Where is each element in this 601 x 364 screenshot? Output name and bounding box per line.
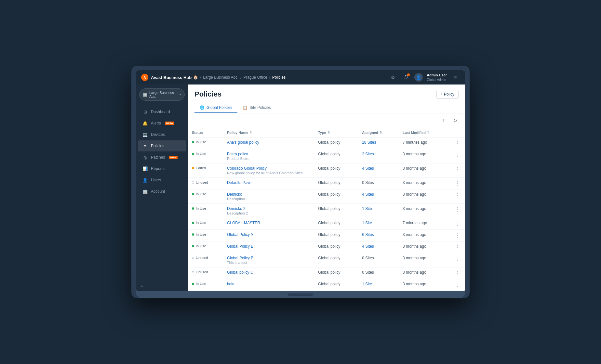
policy-name-link[interactable]: Demicko 2	[227, 206, 310, 211]
settings-icon-btn[interactable]: ⚙	[388, 73, 397, 82]
sort-icon: ⇅	[327, 131, 330, 134]
alert-icon-btn[interactable]: ⏱	[401, 73, 410, 82]
row-actions-cell: ⋮	[449, 189, 465, 204]
avatar: 👤	[414, 73, 423, 82]
policy-name-link[interactable]: Colorado Global Policy	[227, 166, 310, 171]
breadcrumb-account[interactable]: Large Business Acc.	[203, 75, 238, 80]
policy-name-link[interactable]: GLOBAL-MASTER	[227, 221, 310, 225]
sidebar-item-reports[interactable]: 📊 Reports	[138, 163, 186, 174]
sidebar-item-account[interactable]: 🏢 Account	[138, 186, 186, 197]
row-menu-btn[interactable]: ⋮	[453, 207, 461, 212]
assigned-link: 0 Sites	[362, 256, 374, 260]
assigned-cell: 0 Sites	[358, 267, 399, 279]
type-text: Global policy	[318, 244, 341, 249]
assigned-link[interactable]: 1 Site	[362, 221, 372, 225]
breadcrumb-office[interactable]: Prague Office	[243, 75, 267, 80]
assigned-cell: 4 Sites	[358, 163, 399, 178]
global-tab-icon: 🌐	[200, 105, 205, 110]
tab-site-policies[interactable]: 📋 Site Policies	[237, 103, 276, 113]
policy-name-link[interactable]: hola	[227, 282, 310, 286]
row-menu-btn[interactable]: ⋮	[453, 166, 461, 172]
assigned-link[interactable]: 6 Sites	[362, 232, 374, 237]
laptop-outer: A Avast Business Hub 🏠 / Large Business …	[131, 66, 470, 298]
sidebar-item-policies[interactable]: ≡ Policies	[138, 140, 186, 151]
assigned-link[interactable]: 1 Site	[362, 282, 372, 286]
row-menu-btn[interactable]: ⋮	[453, 140, 461, 146]
row-menu-btn[interactable]: ⋮	[453, 152, 461, 158]
status-dot	[192, 245, 194, 247]
policy-name-link[interactable]: Global Policy B	[227, 256, 310, 260]
sidebar-item-label: Devices	[151, 132, 165, 137]
last-modified-cell: 3 months ago	[399, 163, 449, 178]
status-text: Unused	[196, 270, 208, 274]
assigned-link[interactable]: 1 Site	[362, 206, 372, 211]
add-policy-button[interactable]: + Policy	[436, 90, 459, 99]
patches-badge: NEW	[169, 156, 178, 159]
col-last-modified: Last Modified ⇅	[399, 128, 449, 137]
row-menu-btn[interactable]: ⋮	[453, 282, 461, 288]
status-cell: Edited	[188, 163, 223, 178]
policies-icon: ≡	[142, 143, 148, 149]
assigned-link[interactable]: 4 Sites	[362, 166, 374, 171]
policy-name-link[interactable]: Defaults-Pavel	[227, 180, 310, 185]
refresh-btn[interactable]: ↻	[451, 116, 460, 125]
last-modified-cell: 3 months ago	[399, 189, 449, 204]
assigned-link[interactable]: 2 Sites	[362, 152, 374, 156]
brand: A Avast Business Hub	[141, 74, 193, 81]
sidebar-item-users[interactable]: 👤 Users	[138, 175, 186, 186]
logo-letter: A	[143, 76, 146, 79]
status-cell: In Use	[188, 189, 223, 204]
row-menu-btn[interactable]: ⋮	[453, 221, 461, 227]
time-text: 3 months ago	[403, 192, 426, 197]
topbar-right: ⚙ ⏱ 👤 Admin User Global Admin ≡	[388, 73, 460, 82]
policy-name-link[interactable]: Ana's global policy	[227, 140, 310, 145]
policy-name-link[interactable]: Demicko	[227, 192, 310, 197]
time-text: 7 minutes ago	[403, 140, 427, 145]
row-menu-btn[interactable]: ⋮	[453, 181, 461, 186]
status-dot	[192, 233, 194, 236]
type-text: Global policy	[318, 166, 341, 171]
assigned-link: 0 Sites	[362, 180, 374, 185]
row-menu-btn[interactable]: ⋮	[453, 192, 461, 198]
policy-name-link[interactable]: Bistro policy	[227, 152, 310, 156]
type-text: Global policy	[318, 270, 341, 275]
page-title: Policies	[194, 90, 221, 98]
policy-name-link[interactable]: Global Policy A	[227, 232, 310, 237]
policy-name-cell: Defaults-Pavel	[223, 178, 314, 189]
row-menu-btn[interactable]: ⋮	[453, 270, 461, 276]
row-menu-btn[interactable]: ⋮	[453, 244, 461, 250]
col-type: Type ⇅	[314, 128, 358, 137]
policy-name-link[interactable]: Global Policy B	[227, 244, 310, 249]
assigned-link[interactable]: 4 Sites	[362, 192, 374, 197]
tab-label: Site Policies	[249, 105, 271, 110]
home-icon: 🏠	[193, 75, 198, 80]
time-text: 3 months ago	[403, 152, 426, 156]
account-switcher[interactable]: 🏢 Large Business Acc. ▾	[139, 88, 185, 101]
status-dot	[192, 181, 194, 184]
status-cell: Unused	[188, 267, 223, 279]
assigned-link[interactable]: 4 Sites	[362, 244, 374, 249]
sidebar-collapse-btn[interactable]: «	[136, 280, 188, 291]
sidebar-item-alerts[interactable]: 🔔 Alerts BETA	[138, 118, 186, 129]
user-info: Admin User Global Admin	[427, 73, 447, 82]
assigned-cell: 18 Sites	[358, 137, 399, 149]
sidebar-item-label: Patches	[151, 155, 165, 160]
devices-icon: 💻	[142, 132, 148, 137]
time-text: 3 months ago	[403, 270, 426, 275]
topbar-menu-btn[interactable]: ≡	[451, 73, 460, 82]
sidebar-item-devices[interactable]: 💻 Devices	[138, 129, 186, 140]
assigned-link[interactable]: 18 Sites	[362, 140, 376, 145]
tab-global-policies[interactable]: 🌐 Global Policies	[194, 103, 237, 113]
row-menu-btn[interactable]: ⋮	[453, 256, 461, 262]
sidebar-item-patches[interactable]: ◎ Patches NEW	[138, 152, 186, 163]
laptop-notch	[287, 293, 314, 296]
status-cell: In Use	[188, 204, 223, 218]
row-menu-btn[interactable]: ⋮	[453, 233, 461, 238]
status-cell: Unused	[188, 178, 223, 189]
policy-name-link[interactable]: Global policy C	[227, 270, 310, 275]
policy-name-cell: hola	[223, 279, 314, 291]
filter-btn[interactable]: ⊤	[439, 116, 448, 125]
assigned-cell: 4 Sites	[358, 241, 399, 253]
last-modified-cell: 3 months ago	[399, 291, 449, 292]
sidebar-item-dashboard[interactable]: ⊞ Dashboard	[138, 106, 186, 117]
